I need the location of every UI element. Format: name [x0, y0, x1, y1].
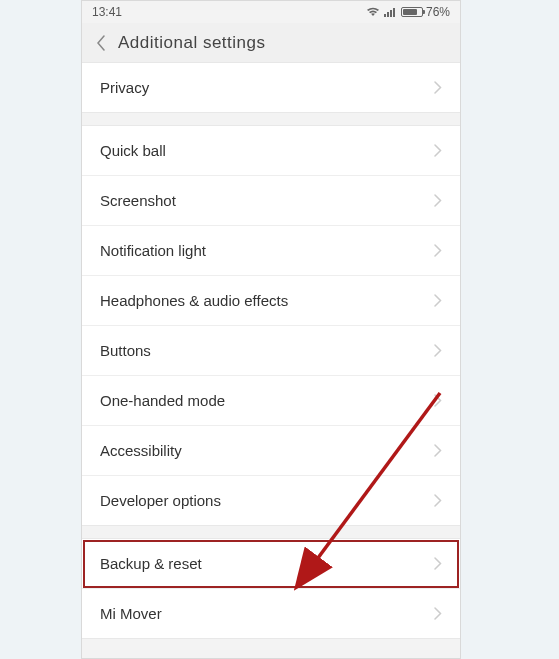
page-header: Additional settings	[82, 23, 460, 63]
list-item-headphones[interactable]: Headphones & audio effects	[82, 276, 460, 326]
status-right: 76%	[366, 5, 450, 19]
wifi-icon	[366, 7, 380, 17]
item-label: Privacy	[100, 79, 149, 96]
list-item-developer[interactable]: Developer options	[82, 476, 460, 525]
list-group: Privacy	[82, 63, 460, 113]
item-label: Developer options	[100, 492, 221, 509]
item-label: One-handed mode	[100, 392, 225, 409]
battery-percent: 76%	[426, 5, 450, 19]
status-bar: 13:41 76%	[82, 1, 460, 23]
list-item-one-handed[interactable]: One-handed mode	[82, 376, 460, 426]
list-item-backup-reset[interactable]: Backup & reset	[82, 539, 460, 589]
chevron-right-icon	[434, 607, 442, 620]
page-title: Additional settings	[118, 33, 265, 53]
chevron-right-icon	[434, 557, 442, 570]
svg-rect-0	[384, 14, 386, 17]
phone-screen: 13:41 76% Additional settings	[81, 0, 461, 659]
list-item-quick-ball[interactable]: Quick ball	[82, 126, 460, 176]
svg-rect-3	[393, 8, 395, 17]
list-item-buttons[interactable]: Buttons	[82, 326, 460, 376]
signal-icon	[384, 7, 396, 17]
item-label: Backup & reset	[100, 555, 202, 572]
chevron-right-icon	[434, 144, 442, 157]
chevron-right-icon	[434, 194, 442, 207]
chevron-right-icon	[434, 294, 442, 307]
list-group: Quick ball Screenshot Notification light…	[82, 125, 460, 526]
item-label: Mi Mover	[100, 605, 162, 622]
chevron-right-icon	[434, 81, 442, 94]
chevron-left-icon	[96, 35, 106, 51]
item-label: Quick ball	[100, 142, 166, 159]
battery-indicator: 76%	[401, 5, 450, 19]
back-button[interactable]	[96, 35, 106, 51]
chevron-right-icon	[434, 444, 442, 457]
chevron-right-icon	[434, 244, 442, 257]
list-item-accessibility[interactable]: Accessibility	[82, 426, 460, 476]
list-group: Backup & reset Mi Mover	[82, 538, 460, 639]
chevron-right-icon	[434, 394, 442, 407]
list-item-mi-mover[interactable]: Mi Mover	[82, 589, 460, 638]
settings-list: Privacy Quick ball Screenshot Notificati…	[82, 63, 460, 639]
item-label: Accessibility	[100, 442, 182, 459]
status-time: 13:41	[92, 5, 122, 19]
chevron-right-icon	[434, 494, 442, 507]
chevron-right-icon	[434, 344, 442, 357]
list-item-privacy[interactable]: Privacy	[82, 63, 460, 112]
list-item-notification-light[interactable]: Notification light	[82, 226, 460, 276]
item-label: Buttons	[100, 342, 151, 359]
battery-icon	[401, 7, 423, 17]
svg-rect-1	[387, 12, 389, 17]
svg-rect-2	[390, 10, 392, 17]
item-label: Notification light	[100, 242, 206, 259]
item-label: Screenshot	[100, 192, 176, 209]
item-label: Headphones & audio effects	[100, 292, 288, 309]
list-item-screenshot[interactable]: Screenshot	[82, 176, 460, 226]
